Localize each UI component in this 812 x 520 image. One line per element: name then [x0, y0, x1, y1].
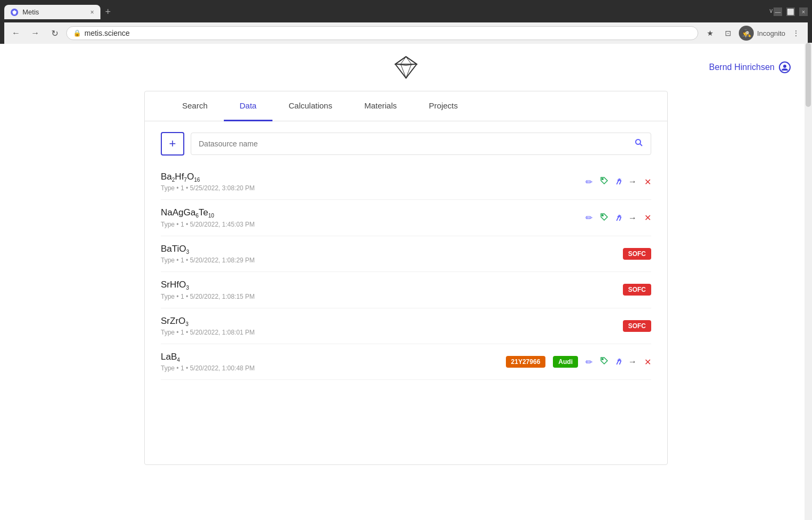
edit-icon[interactable]: ✏: [585, 177, 592, 187]
item-meta: Type • 1 • 5/20/2022, 1:08:01 PM: [161, 329, 623, 336]
forward-btn[interactable]: →: [28, 26, 43, 41]
item-formula: Ba2Hf7O16: [161, 172, 585, 183]
calc-icon[interactable]: ℏ: [616, 214, 621, 222]
scrollbar-thumb[interactable]: [806, 43, 811, 107]
scrollbar-track[interactable]: [805, 43, 812, 520]
tab-data[interactable]: Data: [224, 91, 273, 121]
browser-chrome: Metis × + ∨ — ⬜ × ← → ↻ 🔒 metis.science …: [0, 0, 812, 44]
datasource-search-field[interactable]: [191, 133, 651, 155]
edit-icon[interactable]: ✏: [585, 357, 592, 367]
calc-icon[interactable]: ℏ: [616, 177, 621, 186]
incognito-icon: 🕵: [742, 29, 751, 37]
calc-icon[interactable]: ℏ: [616, 358, 621, 366]
svg-line-4: [401, 64, 406, 78]
back-btn[interactable]: ←: [9, 26, 24, 41]
delete-icon[interactable]: ✕: [644, 213, 651, 223]
sofc-badge[interactable]: SOFC: [623, 248, 651, 260]
tag-icon[interactable]: [600, 176, 608, 187]
sofc-badge[interactable]: SOFC: [623, 320, 651, 332]
data-item-ba2hf7o16: Ba2Hf7O16 Type • 1 • 5/25/2022, 3:08:20 …: [161, 164, 651, 200]
item-formula: NaAgGa6Te10: [161, 207, 585, 219]
address-input[interactable]: 🔒 metis.science: [66, 26, 698, 40]
window-controls: — ⬜ ×: [774, 7, 808, 16]
item-actions: ✏ ℏ → ✕: [585, 213, 651, 223]
menu-btn[interactable]: ⋮: [788, 26, 803, 41]
tab-materials[interactable]: Materials: [348, 91, 413, 121]
svg-point-13: [602, 359, 603, 360]
svg-line-10: [640, 144, 642, 146]
item-info: Ba2Hf7O16 Type • 1 • 5/25/2022, 3:08:20 …: [161, 172, 585, 192]
incognito-btn[interactable]: 🕵: [739, 26, 754, 41]
item-actions: 21Y27966 Audi ✏ ℏ → ✕: [506, 356, 651, 368]
tag-icon[interactable]: [600, 213, 608, 223]
item-actions: SOFC: [623, 284, 651, 296]
item-info: SrHfO3 Type • 1 • 5/20/2022, 1:08:15 PM: [161, 280, 623, 300]
data-item-srzro3: SrZrO3 Type • 1 • 5/20/2022, 1:08:01 PM …: [161, 308, 651, 344]
user-icon: [779, 61, 791, 73]
item-info: SrZrO3 Type • 1 • 5/20/2022, 1:08:01 PM: [161, 316, 623, 336]
tab-search[interactable]: Search: [166, 91, 224, 121]
svg-line-5: [406, 64, 411, 78]
main-card: Search Data Calculations Materials Proje…: [144, 91, 668, 465]
data-item-naagga6te10: NaAgGa6Te10 Type • 1 • 5/20/2022, 1:45:0…: [161, 200, 651, 236]
sidebar-btn[interactable]: ⊡: [721, 26, 736, 41]
item-meta: Type • 1 • 5/20/2022, 1:08:15 PM: [161, 293, 623, 300]
item-meta: Type • 1 • 5/20/2022, 1:45:03 PM: [161, 221, 585, 228]
tag-icon[interactable]: [600, 356, 608, 367]
arrow-icon[interactable]: →: [628, 213, 637, 223]
item-formula: SrZrO3: [161, 316, 623, 327]
user-area[interactable]: Bernd Hinrichsen: [709, 61, 791, 73]
svg-marker-1: [395, 57, 417, 78]
item-actions: ✏ ℏ → ✕: [585, 176, 651, 187]
tab-title: Metis: [22, 8, 39, 16]
item-actions: SOFC: [623, 320, 651, 332]
svg-marker-0: [12, 10, 17, 14]
21y27966-badge[interactable]: 21Y27966: [506, 356, 546, 368]
tab-favicon: [11, 9, 18, 16]
svg-point-8: [783, 65, 786, 68]
restore-btn[interactable]: ⬜: [786, 7, 795, 16]
page-header: Bernd Hinrichsen: [0, 44, 812, 91]
add-datasource-btn[interactable]: +: [161, 132, 184, 156]
browser-tab-metis[interactable]: Metis ×: [4, 5, 100, 19]
title-bar: Metis × + ∨ — ⬜ ×: [4, 4, 808, 22]
item-formula: LaB4: [161, 352, 506, 363]
item-actions: SOFC: [623, 248, 651, 260]
star-btn[interactable]: ★: [702, 26, 717, 41]
tab-projects[interactable]: Projects: [413, 91, 474, 121]
edit-icon[interactable]: ✏: [585, 213, 592, 223]
tab-calculations[interactable]: Calculations: [272, 91, 348, 121]
minimize-btn[interactable]: —: [774, 7, 782, 16]
search-row: +: [161, 132, 651, 156]
arrow-icon[interactable]: →: [628, 357, 637, 367]
new-tab-btn[interactable]: +: [100, 4, 115, 19]
tab-extras: ∨: [769, 7, 774, 17]
url-display: metis.science: [84, 29, 691, 37]
item-info: BaTiO3 Type • 1 • 5/20/2022, 1:08:29 PM: [161, 244, 623, 264]
browser-action-buttons: ★ ⊡ 🕵 Incognito ⋮: [702, 26, 803, 41]
svg-point-12: [602, 214, 603, 215]
item-meta: Type • 1 • 5/20/2022, 1:08:29 PM: [161, 257, 623, 264]
item-meta: Type • 1 • 5/25/2022, 3:08:20 PM: [161, 184, 585, 192]
content-area: + Ba2Hf7O16: [145, 121, 667, 391]
data-item-srhfo3: SrHfO3 Type • 1 • 5/20/2022, 1:08:15 PM …: [161, 272, 651, 308]
data-item-batio3: BaTiO3 Type • 1 • 5/20/2022, 1:08:29 PM …: [161, 236, 651, 272]
datasource-search-input[interactable]: [199, 139, 630, 148]
page-background: Bernd Hinrichsen Search Data Calculation…: [0, 44, 812, 520]
svg-point-9: [636, 139, 641, 144]
item-meta: Type • 1 • 5/20/2022, 1:00:48 PM: [161, 364, 506, 372]
browser-tabs: Metis × +: [4, 4, 115, 19]
delete-icon[interactable]: ✕: [644, 357, 651, 367]
tab-close-btn[interactable]: ×: [90, 9, 94, 16]
audi-badge[interactable]: Audi: [553, 356, 578, 368]
item-info: NaAgGa6Te10 Type • 1 • 5/20/2022, 1:45:0…: [161, 207, 585, 228]
close-window-btn[interactable]: ×: [799, 7, 808, 16]
refresh-btn[interactable]: ↻: [47, 26, 62, 41]
search-submit-btn[interactable]: [635, 138, 643, 149]
svg-point-11: [602, 178, 603, 180]
arrow-icon[interactable]: →: [628, 177, 637, 187]
delete-icon[interactable]: ✕: [644, 177, 651, 187]
sofc-badge[interactable]: SOFC: [623, 284, 651, 296]
incognito-label: Incognito: [757, 29, 785, 37]
item-formula: BaTiO3: [161, 244, 623, 255]
